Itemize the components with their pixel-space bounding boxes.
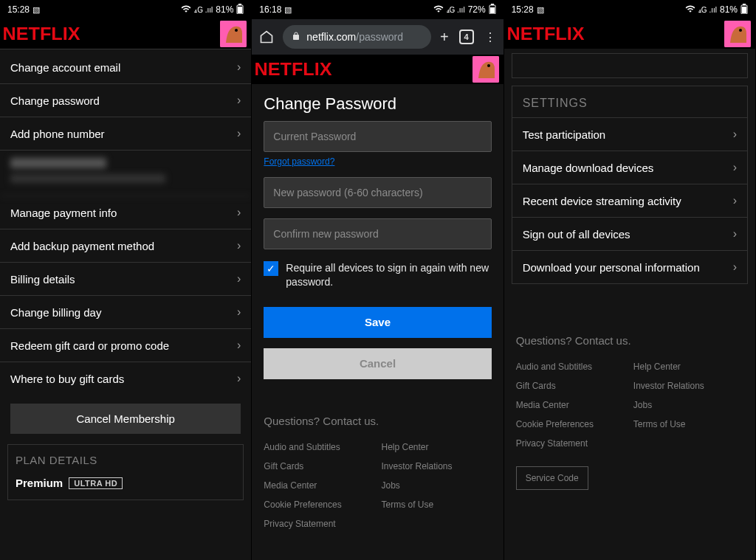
section-title: PLAN DETAILS <box>16 454 236 466</box>
statusbar: 16:18 ▧ ₄G .ııl 72% <box>252 0 503 19</box>
browser-bar: netflix.com/password + 4 ⋮ <box>252 19 503 55</box>
svg-rect-12 <box>742 7 746 13</box>
profile-avatar[interactable] <box>472 56 499 83</box>
row-manage-download-devices[interactable]: Manage download devices › <box>512 151 747 184</box>
svg-point-9 <box>487 64 490 67</box>
service-code-button[interactable]: Service Code <box>516 466 588 490</box>
row-redeem-gift[interactable]: Redeem gift card or promo code › <box>0 329 251 362</box>
section-title: SETTINGS <box>512 94 747 117</box>
footer-link[interactable]: Gift Cards <box>264 461 374 471</box>
cancel-membership-button[interactable]: Cancel Membership <box>10 404 241 434</box>
footer-link[interactable]: Gift Cards <box>516 381 626 391</box>
row-label: Add backup payment method <box>10 240 154 252</box>
panel-account: 15:28 ▧ ₄G .ııl 81% NETFLIX Change accou… <box>0 0 252 560</box>
footer: Questions? Contact us. Audio and Subtitl… <box>252 390 503 536</box>
chevron-right-icon: › <box>237 127 241 140</box>
row-billing-details[interactable]: Billing details › <box>0 263 251 296</box>
url-bar[interactable]: netflix.com/password <box>283 25 431 49</box>
footer-link[interactable]: Media Center <box>264 480 374 491</box>
confirm-password-input[interactable] <box>264 218 491 249</box>
row-label: Change account email <box>10 61 120 74</box>
url-path: /password <box>356 31 403 43</box>
row-recent-streaming[interactable]: Recent device streaming activity › <box>512 184 747 218</box>
questions-title[interactable]: Questions? Contact us. <box>516 334 743 347</box>
footer-link[interactable]: Jobs <box>381 480 491 491</box>
footer-link[interactable]: Cookie Preferences <box>516 419 626 429</box>
menu-icon[interactable]: ⋮ <box>484 30 496 44</box>
footer-link[interactable]: Audio and Subtitles <box>516 362 626 372</box>
row-label: Change billing day <box>10 306 101 319</box>
save-button[interactable]: Save <box>264 307 491 338</box>
signal-icon: ₄G .ııl <box>447 6 465 14</box>
status-time: 16:18 <box>259 4 281 15</box>
questions-title[interactable]: Questions? Contact us. <box>264 415 491 427</box>
chevron-right-icon: › <box>733 194 737 207</box>
footer-link[interactable]: Investor Relations <box>381 461 491 471</box>
row-signout-all[interactable]: Sign out of all devices › <box>512 218 747 251</box>
footer-link[interactable]: Investor Relations <box>633 381 743 391</box>
profile-avatar[interactable] <box>724 21 751 47</box>
footer-link[interactable]: Privacy Statement <box>516 438 626 449</box>
svg-rect-1 <box>238 4 241 5</box>
row-download-personal-info[interactable]: Download your personal information › <box>512 251 747 283</box>
chevron-right-icon: › <box>733 260 737 274</box>
chevron-right-icon: › <box>237 372 241 385</box>
settings-section: SETTINGS Test participation › Manage dow… <box>512 86 748 284</box>
profile-avatar[interactable] <box>220 21 247 47</box>
uhd-badge: ULTRA HD <box>69 477 123 489</box>
svg-rect-11 <box>743 4 746 5</box>
svg-rect-2 <box>238 7 242 13</box>
svg-point-14 <box>739 29 742 32</box>
footer-link[interactable]: Terms of Use <box>381 499 491 510</box>
panel-settings: 15:28 ▧ ₄G .ııl 81% NETFLIX SETTINGS Tes… <box>504 0 756 560</box>
row-label: Billing details <box>10 273 75 286</box>
netflix-logo[interactable]: NETFLIX <box>255 59 332 80</box>
row-buy-gift-cards[interactable]: Where to buy gift cards › <box>0 362 251 395</box>
previous-section-bottom <box>512 53 748 78</box>
footer-link[interactable]: Terms of Use <box>633 419 743 429</box>
screenshot-icon: ▧ <box>32 5 40 15</box>
screenshot-icon: ▧ <box>537 5 544 15</box>
footer-link[interactable]: Media Center <box>516 400 626 410</box>
footer-link[interactable]: Audio and Subtitles <box>264 442 374 452</box>
row-billing-day[interactable]: Change billing day › <box>0 296 251 329</box>
netflix-logo[interactable]: NETFLIX <box>3 24 80 44</box>
row-test-participation[interactable]: Test participation › <box>512 118 747 151</box>
tab-count[interactable]: 4 <box>459 30 474 44</box>
require-signin-checkbox-row[interactable]: ✓ Require all devices to sign in again w… <box>264 261 491 289</box>
row-add-phone[interactable]: Add phone number › <box>0 117 251 151</box>
footer-link[interactable]: Jobs <box>633 400 743 410</box>
plan-row: Premium ULTRA HD <box>16 474 236 497</box>
svg-point-4 <box>235 29 238 32</box>
row-manage-payment[interactable]: Manage payment info › <box>0 196 251 229</box>
netflix-logo[interactable]: NETFLIX <box>506 24 584 44</box>
home-icon[interactable] <box>259 30 274 44</box>
forgot-password-link[interactable]: Forgot password? <box>264 156 334 167</box>
footer-link[interactable]: Cookie Preferences <box>264 499 374 510</box>
url-domain: netflix.com <box>306 31 356 43</box>
screenshot-icon: ▧ <box>284 5 292 15</box>
row-label: Recent device streaming activity <box>523 195 681 207</box>
row-change-email[interactable]: Change account email › <box>0 51 251 84</box>
row-change-password[interactable]: Change password › <box>0 84 251 117</box>
row-label: Manage payment info <box>10 207 117 219</box>
status-time: 15:28 <box>512 4 534 15</box>
row-label: Change password <box>10 94 100 107</box>
row-backup-payment[interactable]: Add backup payment method › <box>0 229 251 263</box>
page-title: Change Password <box>252 84 503 121</box>
netflix-header: NETFLIX <box>252 55 503 84</box>
footer-link[interactable]: Help Center <box>633 362 743 372</box>
wifi-icon <box>433 4 444 16</box>
lock-icon <box>292 31 300 43</box>
footer-link[interactable]: Privacy Statement <box>264 519 374 529</box>
footer: Questions? Contact us. Audio and Subtitl… <box>504 284 755 497</box>
footer-link[interactable]: Help Center <box>381 442 491 452</box>
battery-text: 72% <box>468 4 486 15</box>
wifi-icon <box>181 4 191 16</box>
chevron-right-icon: › <box>237 206 241 219</box>
cancel-button[interactable]: Cancel <box>264 348 491 379</box>
new-password-input[interactable] <box>264 177 491 208</box>
checkbox-checked-icon[interactable]: ✓ <box>264 261 278 276</box>
current-password-input[interactable] <box>264 121 491 152</box>
new-tab-icon[interactable]: + <box>440 29 449 46</box>
